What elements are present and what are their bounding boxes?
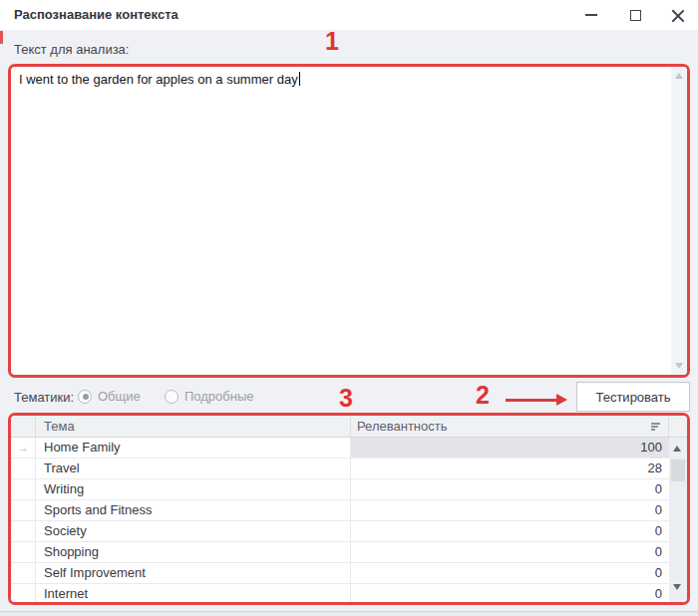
maximize-icon xyxy=(630,10,641,21)
analysis-text: I went to the garden for apples on a sum… xyxy=(19,72,300,87)
radio-option-general[interactable]: Общие xyxy=(78,389,141,404)
topic-cell[interactable]: Internet xyxy=(36,584,351,604)
annotation-number-1: 1 xyxy=(325,29,339,54)
topic-cell[interactable]: Society xyxy=(36,521,351,541)
table-scroll-thumb[interactable] xyxy=(671,460,685,481)
table-header: Тема Релевантность xyxy=(11,416,687,438)
topics-label: Тематики: xyxy=(14,390,74,405)
row-indicator-cell xyxy=(11,479,36,499)
radio-option-detailed[interactable]: Подробные xyxy=(165,389,254,404)
radio-detailed-label: Подробные xyxy=(184,389,254,404)
app-window: Распознавание контекста Текст для анализ… xyxy=(0,0,698,616)
table-row[interactable]: Sports and Fitness 0 xyxy=(11,500,669,521)
annotation-number-3: 3 xyxy=(339,386,353,411)
table-scroll-up-icon[interactable] xyxy=(673,446,681,452)
table-scroll-down-icon[interactable] xyxy=(673,584,681,590)
topic-cell[interactable]: Travel xyxy=(36,459,351,478)
row-indicator-cell xyxy=(11,459,36,478)
column-header-relevance[interactable]: Релевантность xyxy=(351,416,669,437)
row-indicator-header xyxy=(11,416,36,437)
table-row[interactable]: Writing 0 xyxy=(11,479,669,500)
results-table: Тема Релевантность → Home Family 100 Tra… xyxy=(8,413,690,605)
table-body: → Home Family 100 Travel 28 Writing 0 Sp… xyxy=(11,438,669,602)
topic-cell[interactable]: Home Family xyxy=(36,438,351,458)
minimize-button[interactable] xyxy=(574,0,608,30)
minimize-icon xyxy=(585,14,597,16)
row-indicator-cell xyxy=(11,584,36,604)
analysis-text-value: I went to the garden for apples on a sum… xyxy=(19,72,298,87)
relevance-cell[interactable]: 100 xyxy=(351,438,669,458)
annotation-artifact xyxy=(0,31,3,44)
table-row[interactable]: Self Improvement 0 xyxy=(11,563,669,584)
radio-unselected-icon[interactable] xyxy=(165,390,178,404)
table-row[interactable]: Society 0 xyxy=(11,521,669,542)
scroll-down-icon[interactable] xyxy=(675,363,683,369)
topic-cell[interactable]: Sports and Fitness xyxy=(36,500,351,520)
close-icon xyxy=(671,9,684,22)
row-indicator-cell xyxy=(11,500,36,520)
row-indicator-cell xyxy=(11,521,36,541)
table-scrollbar[interactable] xyxy=(669,438,687,602)
row-indicator-cell xyxy=(11,563,36,583)
relevance-cell[interactable]: 0 xyxy=(351,542,669,562)
relevance-cell[interactable]: 0 xyxy=(351,563,669,583)
topic-cell[interactable]: Shopping xyxy=(36,542,351,562)
row-indicator-cell xyxy=(11,542,36,562)
relevance-cell[interactable]: 0 xyxy=(351,479,669,499)
analysis-label: Текст для анализа: xyxy=(14,42,129,57)
title-bar: Распознавание контекста xyxy=(0,0,698,30)
annotation-number-2: 2 xyxy=(476,383,490,408)
annotation-arrow-line xyxy=(506,399,556,402)
topic-cell[interactable]: Writing xyxy=(36,479,351,499)
column-header-relevance-label: Релевантность xyxy=(357,419,447,434)
relevance-cell[interactable]: 0 xyxy=(351,500,669,520)
row-indicator-cell: → xyxy=(11,438,36,458)
maximize-button[interactable] xyxy=(618,0,652,30)
relevance-cell[interactable]: 0 xyxy=(351,584,669,604)
textarea-scrollbar[interactable] xyxy=(671,67,687,375)
annotation-arrow-head xyxy=(556,394,567,406)
scrollbar-header-spacer xyxy=(669,416,687,437)
scroll-up-icon[interactable] xyxy=(675,73,683,79)
topic-cell[interactable]: Self Improvement xyxy=(36,563,351,583)
column-header-topic[interactable]: Тема xyxy=(36,416,351,437)
sort-menu-icon[interactable] xyxy=(651,423,660,432)
relevance-cell[interactable]: 28 xyxy=(351,459,669,478)
window-title: Распознавание контекста xyxy=(14,7,178,22)
radio-general-label: Общие xyxy=(98,389,141,404)
table-row[interactable]: → Home Family 100 xyxy=(11,438,669,459)
window-bottom-edge xyxy=(0,611,698,616)
close-button[interactable] xyxy=(660,0,694,30)
current-row-arrow-icon: → xyxy=(17,442,29,454)
text-caret xyxy=(299,72,300,86)
table-row[interactable]: Travel 28 xyxy=(11,459,669,479)
relevance-cell[interactable]: 0 xyxy=(351,521,669,541)
radio-selected-icon[interactable] xyxy=(78,390,92,404)
test-button[interactable]: Тестировать xyxy=(576,382,690,412)
table-row[interactable]: Shopping 0 xyxy=(11,542,669,563)
analysis-textarea[interactable]: I went to the garden for apples on a sum… xyxy=(8,64,690,378)
table-row[interactable]: Internet 0 xyxy=(11,584,669,605)
annotation-arrow-icon xyxy=(506,394,567,406)
